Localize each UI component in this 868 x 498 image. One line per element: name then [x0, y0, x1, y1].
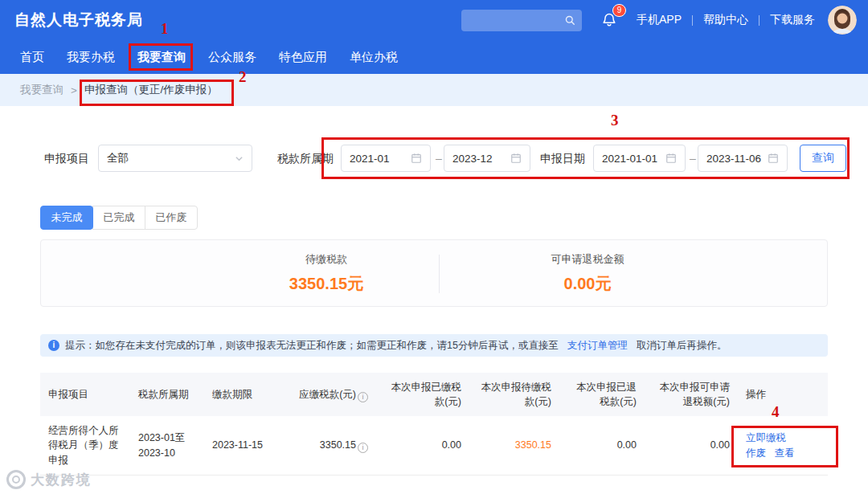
main-nav: 首页 我要办税 我要查询 公众服务 特色应用 单位办税: [0, 40, 868, 74]
table-header-row: 申报项目 税款所属期 缴款期限 应缴税款(元) 本次申报已缴税款(元) 本次申报…: [40, 373, 828, 416]
notifications-button[interactable]: 9: [601, 12, 617, 28]
col-pending: 本次申报待缴税款(元): [469, 373, 559, 416]
breadcrumb-current: 申报查询（更正/作废申报）: [84, 83, 218, 97]
refundable-label: 可申请退税金额: [499, 252, 676, 267]
summary-card: 待缴税款 3350.15元 可申请退税金额 0.00元: [40, 239, 828, 307]
col-actions: 操作: [738, 380, 828, 409]
pending-tax-summary: 待缴税款 3350.15元: [238, 252, 415, 295]
declaration-table: 申报项目 税款所属期 缴款期限 应缴税款(元) 本次申报已缴税款(元) 本次申报…: [40, 373, 828, 476]
nav-item-home[interactable]: 首页: [20, 50, 44, 65]
pending-tax-label: 待缴税款: [238, 252, 415, 267]
cell-project: 经营所得个人所得税月（季）度申报: [40, 417, 130, 475]
table-row: 经营所得个人所得税月（季）度申报 2023-01至2023-10 2023-11…: [40, 416, 828, 476]
nav-item-public-service[interactable]: 公众服务: [208, 50, 256, 65]
header-right: 9 手机APP 帮助中心 下载服务: [461, 6, 857, 35]
declare-date-end-input[interactable]: 2023-11-06: [698, 145, 788, 172]
breadcrumb-parent[interactable]: 我要查询: [20, 83, 63, 97]
declare-date-label: 申报日期: [540, 145, 585, 172]
notification-badge: 9: [612, 4, 626, 17]
calendar-icon: [411, 153, 422, 164]
top-header: 自然人电子税务局 9 手机APP 帮助中心 下载服务: [0, 0, 868, 40]
search-input[interactable]: [468, 14, 564, 27]
cell-refunded: 0.00: [559, 431, 645, 459]
watermark: 大数跨境: [6, 470, 92, 489]
watermark-text: 大数跨境: [31, 471, 92, 489]
tax-period-end-input[interactable]: 2023-12: [444, 145, 530, 172]
tax-period-start-value: 2021-01: [350, 153, 411, 165]
col-paid: 本次申报已缴税款(元): [376, 373, 469, 416]
cell-actions: 立即缴税 作废 查看: [738, 424, 828, 467]
col-project: 申报项目: [40, 380, 130, 409]
col-refunded: 本次申报已退税款(元): [559, 373, 645, 416]
divider: [759, 15, 760, 26]
tax-period-start-input[interactable]: 2021-01: [341, 145, 431, 172]
cell-tax-period: 2023-01至2023-10: [130, 424, 204, 467]
link-help-center[interactable]: 帮助中心: [703, 13, 748, 27]
project-filter-label: 申报项目: [44, 145, 89, 172]
avatar[interactable]: [828, 6, 857, 35]
notice-bar: 提示：如您存在未支付完成的订单，则该申报表无法更正和作废；如需更正和作废，请15…: [40, 334, 828, 357]
void-link[interactable]: 作废: [746, 447, 766, 459]
declare-date-start-input[interactable]: 2021-01-01: [593, 145, 686, 172]
info-icon: [48, 340, 59, 351]
calendar-icon: [768, 153, 779, 164]
filter-bar: 申报项目 全部 税款所属期 2021-01 – 2023-12 申报日期 202…: [0, 145, 868, 172]
nav-item-featured-apps[interactable]: 特色应用: [279, 50, 327, 65]
search-icon: [564, 14, 575, 26]
chevron-down-icon: [235, 154, 244, 163]
annotation-number-3: 3: [611, 112, 619, 129]
col-tax-period: 税款所属期: [130, 380, 204, 409]
col-payable: 应缴税款(元): [281, 380, 376, 410]
calendar-icon: [665, 153, 677, 164]
pending-tax-value: 3350.15元: [238, 273, 415, 295]
status-tabs: 未完成 已完成 已作废: [40, 206, 198, 230]
tax-period-end-value: 2023-12: [452, 153, 510, 165]
nav-item-tax-handling[interactable]: 我要办税: [67, 50, 115, 65]
range-separator: –: [436, 145, 442, 172]
header-search[interactable]: [461, 10, 582, 31]
refundable-value: 0.00元: [499, 273, 676, 295]
view-link[interactable]: 查看: [774, 447, 794, 459]
pay-now-link[interactable]: 立即缴税: [746, 432, 786, 443]
col-refundable: 本次申报可申请退税额(元): [645, 373, 738, 416]
nav-item-query[interactable]: 我要查询: [137, 50, 186, 65]
notice-text: 提示：如您存在未支付完成的订单，则该申报表无法更正和作废；如需更正和作废，请15…: [65, 339, 559, 353]
tax-period-label: 税款所属期: [277, 145, 334, 172]
payment-order-management-link[interactable]: 支付订单管理: [567, 339, 628, 353]
declare-date-end-value: 2023-11-06: [706, 153, 768, 165]
project-select-value: 全部: [107, 151, 235, 165]
cell-refundable: 0.00: [645, 431, 738, 459]
notice-text-suffix: 取消订单后再操作。: [637, 339, 727, 353]
watermark-logo-icon: [6, 470, 26, 489]
app-logo: 自然人电子税务局: [14, 10, 143, 31]
cell-paid: 0.00: [376, 431, 469, 459]
cell-pending: 3350.15: [469, 431, 559, 459]
refundable-summary: 可申请退税金额 0.00元: [499, 252, 676, 295]
link-download-service[interactable]: 下载服务: [770, 13, 815, 27]
col-deadline: 缴款期限: [204, 380, 281, 409]
link-mobile-app[interactable]: 手机APP: [637, 13, 682, 27]
project-select[interactable]: 全部: [98, 145, 252, 172]
declare-date-start-value: 2021-01-01: [602, 153, 665, 165]
breadcrumb: 我要查询 > 申报查询（更正/作废申报）: [0, 74, 868, 106]
header-links: 手机APP 帮助中心 下载服务: [637, 13, 815, 27]
cell-payable: 3350.15: [281, 431, 376, 459]
tab-completed[interactable]: 已完成: [92, 206, 145, 230]
tab-unfinished[interactable]: 未完成: [40, 206, 93, 230]
summary-divider: [439, 255, 440, 293]
calendar-icon: [510, 153, 522, 164]
info-icon: [358, 443, 368, 453]
nav-item-unit-tax[interactable]: 单位办税: [350, 50, 398, 65]
cell-deadline: 2023-11-15: [204, 431, 281, 459]
range-separator: –: [690, 145, 696, 172]
divider: [692, 15, 693, 26]
breadcrumb-separator: >: [71, 84, 77, 96]
tab-voided[interactable]: 已作废: [145, 206, 198, 230]
query-button[interactable]: 查询: [800, 145, 846, 172]
info-icon: [358, 392, 368, 402]
